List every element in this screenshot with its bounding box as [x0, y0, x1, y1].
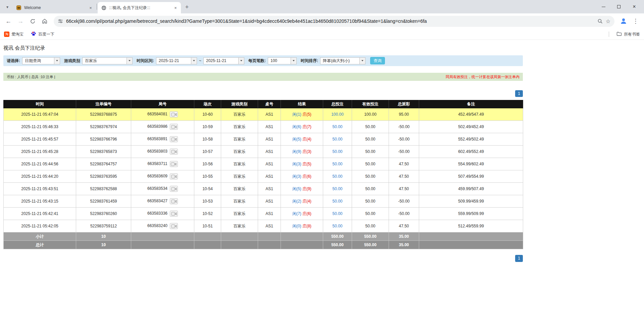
total-bet-link[interactable]: 50.00 — [332, 186, 342, 191]
site-info-icon[interactable] — [58, 18, 63, 24]
cell-valid-bet: 50.00 — [352, 133, 389, 146]
column-header: 场次 — [194, 100, 221, 108]
cell-empty — [258, 241, 281, 249]
total-bet-link[interactable]: 50.00 — [332, 124, 342, 129]
cell-time: 2025-11-21 05:45:57 — [4, 133, 76, 146]
home-button[interactable] — [39, 15, 50, 27]
cell-game-type: 百家乐 — [221, 195, 258, 208]
replay-video-icon[interactable] — [170, 173, 178, 179]
total-bet-link[interactable]: 50.00 — [332, 149, 342, 154]
cell-round-id: 663583240 — [131, 220, 194, 232]
cell-round-id: 663583711 — [131, 158, 194, 170]
date-from-select[interactable]: 2025-11-21 — [156, 57, 197, 64]
zoom-indicator-icon[interactable] — [597, 18, 603, 24]
close-icon: × — [633, 4, 636, 9]
per-page-select[interactable]: 100 — [268, 57, 297, 64]
round-number: 663583336 — [147, 211, 167, 216]
cell-table-no: AS1 — [258, 220, 281, 232]
all-bookmarks-button[interactable]: 所有书签 — [616, 32, 640, 37]
cell-note: 509.99/459.99 — [419, 195, 523, 208]
replay-video-icon[interactable] — [170, 161, 178, 167]
cell-bet-id: 522983765873 — [76, 146, 131, 158]
replay-video-icon[interactable] — [170, 186, 178, 192]
tab-betrecord[interactable]: :::视讯, 会员下注纪录::: × — [98, 2, 181, 13]
forward-button[interactable]: → — [15, 15, 26, 27]
game-type-select[interactable]: 百家乐 — [82, 57, 133, 64]
replay-video-icon[interactable] — [170, 124, 178, 130]
cell-valid-bet: 50.00 — [352, 158, 389, 170]
bookmark-taobao[interactable]: 淘 爱淘宝 — [4, 32, 23, 37]
result-player: 闲(9) — [292, 149, 301, 154]
tab-close-icon[interactable]: × — [173, 5, 178, 10]
total-bet-link[interactable]: 50.00 — [332, 224, 342, 228]
date-range-separator: ~ — [199, 58, 201, 63]
search-button[interactable]: 查询 — [370, 57, 385, 64]
round-number: 663583891 — [147, 137, 167, 142]
address-bar[interactable]: 66cxkj98.com/ipl/portal.php/game/betreco… — [54, 16, 614, 27]
back-button[interactable]: ← — [3, 15, 14, 27]
tab-close-icon[interactable]: × — [88, 5, 93, 10]
result-banker: 庄(5) — [301, 162, 311, 166]
subtotal-row: 小计10550.00550.0035.00 — [4, 232, 523, 241]
bookmark-star-icon[interactable]: ☆ — [606, 18, 610, 24]
cell-round-id: 663583336 — [131, 208, 194, 220]
cell-note: 512.49/559.99 — [419, 220, 523, 232]
replay-video-icon[interactable] — [170, 198, 178, 204]
cell-round-id: 663583891 — [131, 133, 194, 146]
cell-round-id: 663584081 — [131, 108, 194, 121]
tab-search-button[interactable]: ▾ — [3, 2, 12, 12]
close-window-button[interactable]: × — [627, 0, 642, 13]
refresh-button[interactable] — [27, 15, 38, 27]
cell-total-bet: 50.00 — [323, 195, 352, 208]
cell-note: 554.99/602.49 — [419, 158, 523, 170]
currency-summary-text: 币别 : 人民币 | 总共 :10 注单 | — [7, 74, 55, 79]
round-number: 663583427 — [147, 199, 167, 204]
result-banker: 庄(9) — [301, 186, 311, 191]
replay-video-icon[interactable] — [170, 223, 178, 229]
cell-note: 552.49/502.49 — [419, 133, 523, 146]
sort-order-select[interactable]: 降幂(由大到小) — [320, 57, 365, 64]
new-tab-button[interactable]: + — [182, 2, 192, 12]
replay-video-icon[interactable] — [170, 211, 178, 217]
tab-welcome[interactable]: Welcome × — [13, 2, 96, 13]
menu-icon[interactable]: ⋮ — [630, 15, 641, 27]
bet-table-body: 2025-11-21 05:47:04522983768875663584081… — [4, 108, 523, 249]
date-to-select[interactable]: 2025-11-21 — [203, 57, 244, 64]
minimize-button[interactable] — [596, 0, 611, 13]
cell-payout: 47.50 — [389, 183, 419, 195]
query-type-select[interactable]: 日期查询 — [22, 57, 60, 64]
cell-bet-id: 522983761459 — [76, 195, 131, 208]
cell-table-no: AS1 — [258, 133, 281, 146]
column-header: 局号 — [131, 100, 194, 108]
replay-video-icon[interactable] — [170, 149, 178, 155]
total-bet-link[interactable]: 50.00 — [332, 199, 342, 204]
cell-empty — [258, 232, 281, 241]
url-text[interactable]: 66cxkj98.com/ipl/portal.php/game/betreco… — [66, 18, 594, 24]
select-value: 2025-11-21 — [204, 58, 229, 64]
cell-session: 10-58 — [194, 133, 221, 146]
profile-avatar[interactable] — [618, 15, 629, 27]
cell-bet-id: 522983759112 — [76, 220, 131, 232]
cell-table-no: AS1 — [258, 170, 281, 183]
total-bet-link[interactable]: 100.00 — [331, 112, 344, 117]
page-number-button[interactable]: 1 — [515, 255, 523, 262]
column-header: 备注 — [419, 100, 523, 108]
table-row: 2025-11-21 05:46:33522983767974663583986… — [4, 121, 523, 133]
maximize-button[interactable] — [611, 0, 627, 13]
page-number-button[interactable]: 1 — [515, 90, 523, 97]
total-bet-link[interactable]: 50.00 — [332, 162, 342, 166]
cell-valid-bet: 50.00 — [352, 170, 389, 183]
cell-table-no: AS1 — [258, 195, 281, 208]
bookmark-baidu[interactable]: 百度一下 — [31, 31, 54, 38]
cell-round-id: 663583803 — [131, 146, 194, 158]
total-bet-link[interactable]: 50.00 — [332, 211, 342, 216]
cell-result: 闲(9) 庄(3) — [281, 146, 323, 158]
replay-video-icon[interactable] — [170, 136, 178, 142]
cell-session: 10-55 — [194, 170, 221, 183]
total-bet-link[interactable]: 50.00 — [332, 174, 342, 179]
column-header: 结果 — [281, 100, 323, 108]
filter-label-query-type: 请选择: — [7, 58, 20, 64]
replay-video-icon[interactable] — [170, 111, 178, 117]
baidu-icon — [31, 31, 36, 38]
total-bet-link[interactable]: 50.00 — [332, 137, 342, 142]
